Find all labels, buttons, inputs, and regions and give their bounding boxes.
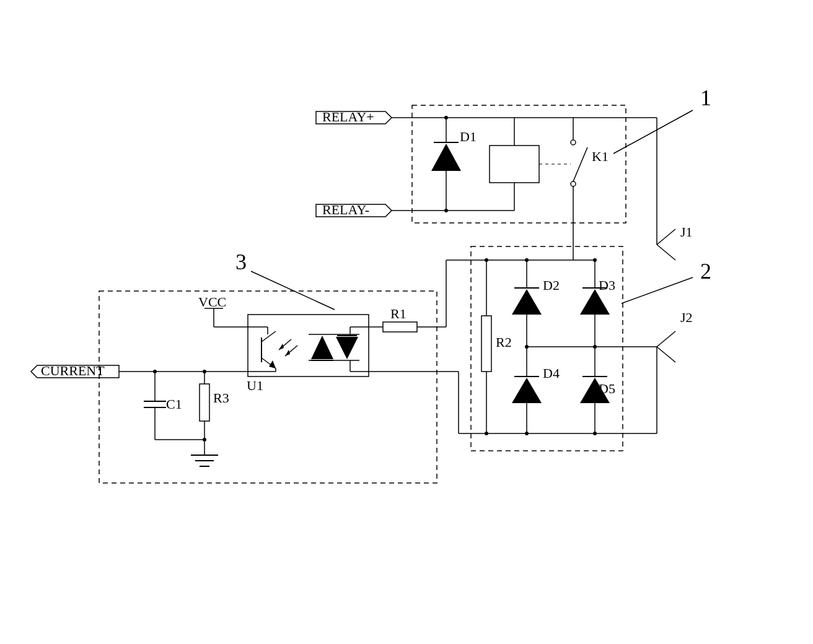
vcc-label: VCC: [198, 294, 226, 310]
svg-point-55: [593, 345, 597, 349]
svg-line-24: [657, 245, 675, 260]
relay-plus-tag: RELAY+: [316, 109, 446, 124]
d1-label: D1: [460, 129, 477, 144]
svg-line-60: [657, 347, 675, 362]
svg-marker-81: [311, 336, 333, 359]
svg-line-61: [622, 277, 693, 303]
current-label: CURRENT: [41, 363, 105, 378]
svg-line-59: [657, 331, 675, 347]
diode-d3: D3: [580, 260, 615, 347]
svg-point-53: [525, 345, 529, 349]
circuit-diagram: RELAY+ RELAY- D1: [0, 0, 813, 644]
diode-d4: D4: [512, 347, 560, 433]
diode-d5: D5: [580, 347, 615, 433]
svg-marker-84: [336, 337, 358, 359]
r1-label: R1: [390, 306, 406, 321]
k1-label: K1: [592, 149, 609, 164]
j1-label: J1: [680, 224, 693, 240]
optocoupler-u1: U1: [214, 315, 369, 393]
svg-marker-38: [512, 289, 542, 315]
svg-rect-12: [490, 146, 539, 183]
svg-marker-75: [279, 344, 284, 350]
svg-point-101: [153, 370, 157, 373]
svg-rect-103: [200, 384, 209, 421]
relay-minus-label: RELAY-: [322, 202, 369, 217]
svg-marker-42: [512, 378, 542, 403]
svg-rect-89: [383, 322, 417, 332]
d3-label: D3: [599, 277, 615, 293]
relay-plus-label: RELAY+: [322, 109, 374, 124]
resistor-r2: R2: [481, 260, 512, 433]
svg-point-18: [571, 181, 576, 186]
current-tag: CURRENT: [31, 363, 248, 378]
ground-symbol: [191, 455, 218, 466]
terminal-j2: J2: [657, 310, 693, 362]
svg-line-20: [613, 110, 693, 154]
svg-line-62: [251, 271, 335, 310]
d4-label: D4: [543, 365, 560, 381]
svg-marker-77: [285, 350, 290, 356]
svg-point-105: [203, 370, 206, 373]
r3-label: R3: [213, 390, 229, 406]
c1-label: C1: [166, 396, 182, 412]
switch-k1: K1: [514, 118, 609, 260]
svg-point-15: [571, 140, 576, 145]
r2-label: R2: [496, 334, 512, 350]
block2-num: 2: [700, 259, 711, 284]
diode-d1: D1: [431, 118, 477, 211]
j2-label: J2: [680, 310, 693, 325]
resistor-r1: R1: [369, 260, 486, 332]
block-3-box: [99, 291, 437, 483]
svg-marker-4: [431, 144, 461, 171]
block3-num: 3: [235, 250, 247, 274]
svg-rect-34: [481, 316, 491, 372]
d5-label: D5: [599, 381, 615, 396]
diode-d2: D2: [512, 260, 560, 347]
resistor-r3: R3: [200, 372, 229, 440]
u1-label: U1: [247, 378, 263, 393]
svg-marker-46: [580, 289, 610, 315]
terminal-j1: J1: [657, 224, 693, 260]
svg-line-69: [261, 331, 276, 342]
svg-line-23: [657, 229, 675, 245]
svg-line-16: [573, 147, 587, 181]
capacitor-c1: C1: [144, 372, 182, 440]
relay-minus-tag: RELAY-: [316, 202, 446, 217]
block1-num: 1: [700, 85, 711, 110]
d2-label: D2: [543, 277, 560, 293]
